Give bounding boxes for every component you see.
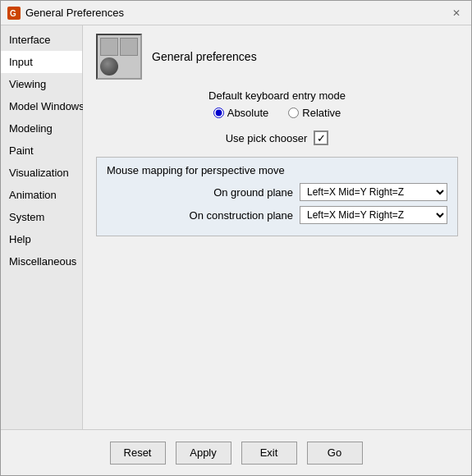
pref-header: General preferences bbox=[96, 34, 458, 80]
pref-icon-box bbox=[96, 34, 142, 80]
pref-title: General preferences bbox=[152, 50, 257, 63]
construction-plane-row: On construction plane Left=X Mid=Y Right… bbox=[107, 206, 447, 224]
keyboard-section: Default keyboard entry mode Absolute Rel… bbox=[96, 89, 458, 119]
absolute-radio[interactable] bbox=[213, 108, 224, 118]
construction-plane-label: On construction plane bbox=[178, 209, 293, 222]
sidebar-item-model-windows[interactable]: Model Windows bbox=[1, 95, 82, 117]
sidebar-item-help[interactable]: Help bbox=[1, 228, 82, 250]
construction-plane-select[interactable]: Left=X Mid=Y Right=Z Left=Y Mid=X Right=… bbox=[300, 206, 447, 224]
window-title: General Preferences bbox=[25, 7, 124, 19]
sidebar-item-miscellaneous[interactable]: Miscellaneous bbox=[1, 250, 82, 272]
title-bar: G General Preferences ✕ bbox=[1, 1, 471, 25]
go-button[interactable]: Go bbox=[307, 442, 363, 465]
ground-plane-label: On ground plane bbox=[178, 186, 293, 199]
reset-button[interactable]: Reset bbox=[110, 442, 166, 465]
absolute-radio-option[interactable]: Absolute bbox=[213, 107, 269, 119]
relative-radio-option[interactable]: Relative bbox=[288, 107, 341, 119]
ground-plane-select[interactable]: Left=X Mid=Y Right=Z Left=Y Mid=X Right=… bbox=[300, 183, 447, 201]
sidebar-item-viewing[interactable]: Viewing bbox=[1, 73, 82, 95]
sidebar-item-modeling[interactable]: Modeling bbox=[1, 117, 82, 140]
footer: Reset Apply Exit Go bbox=[1, 429, 471, 475]
icon-grid bbox=[100, 38, 138, 76]
sidebar-item-paint[interactable]: Paint bbox=[1, 140, 82, 162]
mouse-mapping-title: Mouse mapping for perspective move bbox=[107, 164, 447, 176]
pick-chooser-row: Use pick chooser ✓ bbox=[96, 130, 458, 145]
radio-row: Absolute Relative bbox=[213, 107, 341, 119]
sidebar-item-animation[interactable]: Animation bbox=[1, 184, 82, 206]
icon-cell bbox=[100, 38, 118, 56]
sidebar: Interface Input Viewing Model Windows Mo… bbox=[1, 25, 83, 429]
title-bar-left: G General Preferences bbox=[7, 7, 124, 20]
apply-button[interactable]: Apply bbox=[176, 442, 231, 465]
sidebar-item-interface[interactable]: Interface bbox=[1, 29, 82, 51]
sidebar-item-input[interactable]: Input bbox=[1, 51, 82, 73]
pick-chooser-label: Use pick chooser bbox=[226, 132, 308, 144]
icon-cell-mouse bbox=[100, 57, 118, 76]
icon-cell bbox=[120, 38, 138, 56]
mouse-mapping-box: Mouse mapping for perspective move On gr… bbox=[96, 157, 458, 236]
main-content: Interface Input Viewing Model Windows Mo… bbox=[1, 25, 471, 429]
keyboard-section-label: Default keyboard entry mode bbox=[209, 89, 346, 102]
window-icon: G bbox=[7, 7, 21, 20]
preferences-window: G General Preferences ✕ Interface Input … bbox=[0, 0, 472, 476]
exit-button[interactable]: Exit bbox=[241, 442, 297, 465]
content-area: General preferences Default keyboard ent… bbox=[83, 25, 471, 429]
relative-label: Relative bbox=[302, 107, 341, 119]
svg-text:G: G bbox=[10, 9, 16, 18]
sidebar-item-system[interactable]: System bbox=[1, 206, 82, 228]
relative-radio[interactable] bbox=[288, 108, 299, 118]
sidebar-item-visualization[interactable]: Visualization bbox=[1, 162, 82, 184]
ground-plane-row: On ground plane Left=X Mid=Y Right=Z Lef… bbox=[107, 183, 447, 201]
pick-chooser-checkbox[interactable]: ✓ bbox=[314, 130, 328, 145]
close-button[interactable]: ✕ bbox=[448, 5, 465, 21]
absolute-label: Absolute bbox=[227, 107, 269, 119]
